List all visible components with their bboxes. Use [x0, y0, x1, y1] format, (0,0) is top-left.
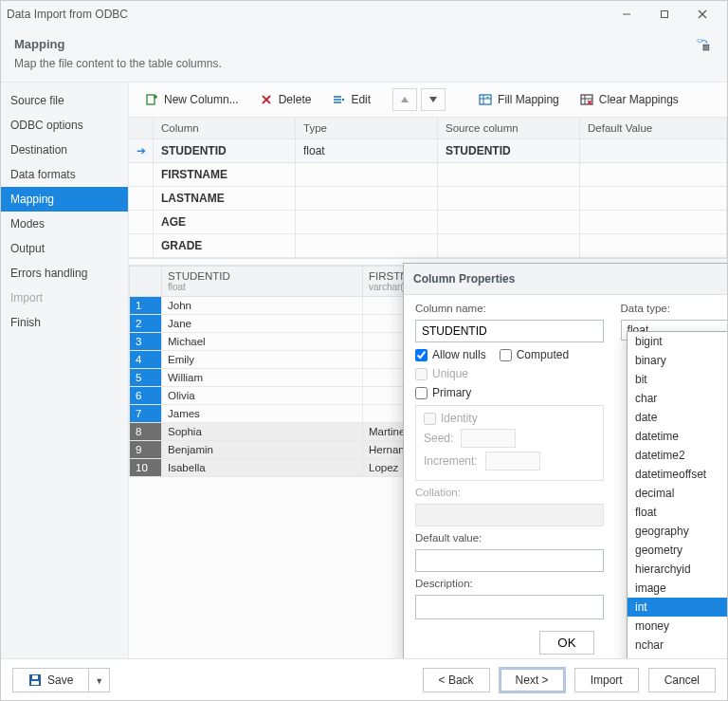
- back-button[interactable]: < Back: [423, 668, 490, 692]
- svg-rect-10: [147, 95, 155, 104]
- increment-label: Increment:: [424, 454, 478, 468]
- minimize-button[interactable]: [608, 1, 646, 28]
- edit-button[interactable]: Edit: [323, 88, 379, 111]
- collation-input: [415, 504, 604, 526]
- next-button[interactable]: Next >: [500, 668, 565, 692]
- add-column-icon: [145, 93, 158, 106]
- data-type-option[interactable]: binary: [628, 351, 727, 370]
- column-name-label: Column name:: [415, 303, 604, 314]
- unique-checkbox[interactable]: Unique: [415, 367, 604, 380]
- default-value-input[interactable]: [415, 549, 604, 572]
- preview-header[interactable]: STUDENTIDfloat: [162, 267, 363, 297]
- move-down-button[interactable]: [421, 88, 446, 111]
- computed-checkbox[interactable]: Computed: [500, 348, 569, 361]
- mapping-grid[interactable]: Column Type Source column Default Value …: [129, 118, 727, 259]
- edit-label: Edit: [351, 93, 371, 106]
- primary-checkbox[interactable]: Primary: [415, 386, 604, 399]
- data-type-option[interactable]: datetimeoffset: [628, 465, 727, 484]
- fill-mapping-icon: [479, 93, 492, 106]
- clear-mappings-label: Clear Mappings: [599, 93, 679, 106]
- delete-button[interactable]: Delete: [251, 88, 320, 111]
- fill-mapping-button[interactable]: Fill Mapping: [470, 88, 568, 111]
- grid-header-source: Source column: [438, 118, 580, 139]
- data-type-option[interactable]: datetime2: [628, 446, 727, 465]
- data-type-option[interactable]: decimal: [628, 484, 727, 503]
- grid-row[interactable]: AGE: [129, 211, 727, 234]
- move-up-button[interactable]: [392, 88, 417, 111]
- sidebar-item-errors-handling[interactable]: Errors handling: [1, 261, 128, 286]
- save-dropdown-button[interactable]: ▼: [89, 668, 110, 692]
- import-icon: [697, 39, 710, 52]
- maximize-button[interactable]: [646, 1, 683, 28]
- data-type-option[interactable]: geometry: [628, 541, 727, 560]
- save-icon: [28, 673, 42, 687]
- column-name-input[interactable]: [415, 320, 604, 342]
- default-value-label: Default value:: [415, 532, 604, 544]
- sidebar-item-output[interactable]: Output: [1, 236, 128, 261]
- clear-mappings-button[interactable]: Clear Mappings: [572, 88, 687, 111]
- svg-marker-20: [429, 97, 437, 102]
- seed-input[interactable]: [461, 429, 516, 448]
- data-type-option[interactable]: date: [628, 408, 727, 427]
- clear-mappings-icon: [580, 93, 593, 106]
- sidebar-item-data-formats[interactable]: Data formats: [1, 162, 128, 187]
- sidebar-item-mapping[interactable]: Mapping: [1, 187, 128, 212]
- description-label: Description:: [415, 578, 604, 589]
- sidebar-item-modes[interactable]: Modes: [1, 212, 128, 236]
- grid-header-column: Column: [154, 118, 296, 139]
- collation-label: Collation:: [415, 487, 604, 498]
- grid-row[interactable]: GRADE: [129, 234, 727, 258]
- import-wizard-window: Data Import from ODBC Mapping Map the fi…: [0, 0, 728, 701]
- data-type-option[interactable]: datetime: [628, 427, 727, 446]
- svg-point-18: [342, 99, 344, 101]
- cancel-button[interactable]: Cancel: [648, 668, 716, 692]
- sidebar-item-odbc-options[interactable]: ODBC options: [1, 113, 128, 138]
- data-type-option[interactable]: char: [628, 389, 727, 408]
- data-type-option[interactable]: int: [628, 598, 727, 617]
- svg-rect-21: [480, 95, 491, 104]
- svg-marker-19: [401, 97, 409, 102]
- data-type-dropdown-list[interactable]: bigintbinarybitchardatedatetimedatetime2…: [627, 331, 727, 658]
- identity-group: Identity Seed: Increment:: [415, 405, 604, 481]
- svg-rect-31: [31, 681, 39, 685]
- data-type-option[interactable]: nchar: [628, 636, 727, 655]
- grid-row[interactable]: LASTNAME: [129, 187, 727, 211]
- grid-row[interactable]: ➔STUDENTIDfloatSTUDENTID: [129, 139, 727, 163]
- data-type-label: Data type:: [621, 303, 727, 314]
- svg-rect-5: [703, 45, 710, 51]
- data-type-option[interactable]: geography: [628, 522, 727, 541]
- data-type-option[interactable]: ntext: [628, 655, 727, 658]
- grid-header-default: Default Value: [580, 118, 727, 139]
- sidebar-item-finish[interactable]: Finish: [1, 310, 128, 335]
- grid-row[interactable]: FIRSTNAME: [129, 163, 727, 187]
- close-button[interactable]: [683, 1, 721, 28]
- edit-icon: [332, 93, 345, 106]
- seed-label: Seed:: [424, 432, 453, 445]
- sidebar-item-import[interactable]: Import: [1, 286, 128, 310]
- description-input[interactable]: [415, 595, 604, 619]
- allow-nulls-checkbox[interactable]: Allow nulls: [415, 348, 486, 361]
- save-button[interactable]: Save: [12, 668, 89, 692]
- fill-mapping-label: Fill Mapping: [498, 93, 559, 106]
- ok-button[interactable]: OK: [539, 631, 593, 655]
- page-subtitle: Map the file content to the table column…: [14, 57, 712, 70]
- data-type-option[interactable]: money: [628, 617, 727, 636]
- sidebar-item-destination[interactable]: Destination: [1, 138, 128, 162]
- data-type-option[interactable]: image: [628, 579, 727, 598]
- increment-input[interactable]: [485, 452, 540, 470]
- new-column-label: New Column...: [164, 93, 239, 106]
- import-button[interactable]: Import: [574, 668, 639, 692]
- dialog-titlebar: Column Properties ✕: [404, 264, 727, 295]
- data-type-option[interactable]: bit: [628, 370, 727, 389]
- data-type-option[interactable]: float: [628, 503, 727, 522]
- chevron-down-icon: ▼: [95, 676, 103, 686]
- new-column-button[interactable]: New Column...: [136, 88, 247, 111]
- data-type-option[interactable]: bigint: [628, 332, 727, 351]
- svg-rect-1: [662, 11, 668, 18]
- identity-checkbox[interactable]: Identity: [424, 412, 595, 425]
- grid-header-type: Type: [296, 118, 438, 139]
- sidebar-item-source-file[interactable]: Source file: [1, 88, 128, 113]
- wizard-header: Mapping Map the file content to the tabl…: [1, 28, 727, 83]
- window-title: Data Import from ODBC: [7, 8, 608, 21]
- data-type-option[interactable]: hierarchyid: [628, 560, 727, 579]
